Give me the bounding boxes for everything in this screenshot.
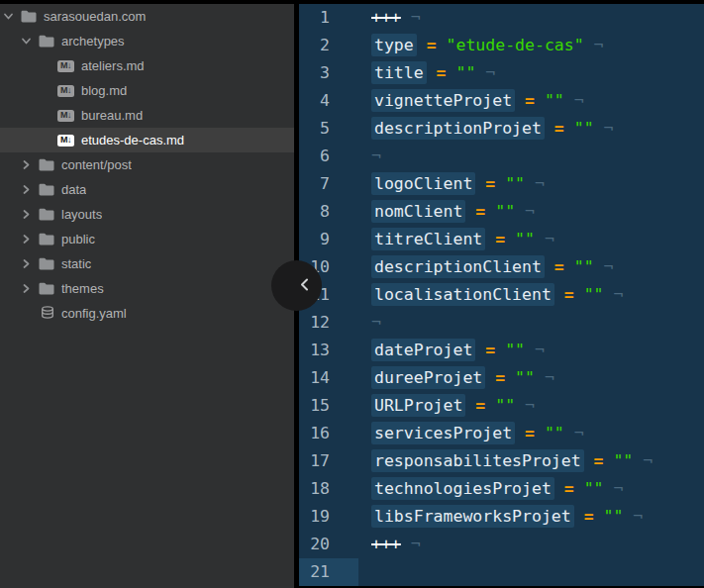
frontmatter-delimiter: +++ [371, 535, 401, 553]
sublime-window: sarasouedan.comarchetypesM↓ateliers.mdM↓… [0, 0, 704, 588]
code-line-13[interactable]: 13dateProjet = "" ¬ [299, 337, 704, 364]
code-line-7[interactable]: 7logoClient = "" ¬ [299, 170, 704, 198]
tree-item-label: etudes-de-cas.md [81, 133, 184, 147]
tree-item-label: archetypes [61, 34, 125, 49]
tree-file-ateliers.md[interactable]: M↓ateliers.md [0, 53, 294, 78]
string-value: "" [495, 396, 515, 415]
string-value: "" [584, 479, 604, 498]
chevron-right-icon[interactable] [22, 259, 31, 268]
code-line-4[interactable]: 4vignetteProjet = "" ¬ [299, 87, 704, 115]
tree-folder-themes[interactable]: themes [0, 276, 294, 301]
tree-file-bureau.md[interactable]: M↓bureau.md [0, 103, 294, 128]
chevron-right-icon[interactable] [22, 235, 31, 244]
folder-icon [39, 257, 54, 270]
code-line-5[interactable]: 5descriptionProjet = "" ¬ [299, 115, 704, 143]
code-line-19[interactable]: 19libsFrameworksProjet = "" ¬ [299, 503, 704, 531]
code-line-18[interactable]: 18technologiesProjet = "" ¬ [299, 475, 704, 503]
tree-item-label: bureau.md [81, 108, 143, 123]
equals-operator: = [525, 424, 535, 442]
code-line-8[interactable]: 8nomClient = "" ¬ [299, 198, 704, 226]
tree-item-label: public [61, 232, 95, 246]
code-line-16[interactable]: 16servicesProjet = "" ¬ [299, 420, 704, 447]
chevron-right-icon[interactable] [22, 284, 31, 293]
line-number[interactable]: 7 [299, 170, 358, 198]
line-number[interactable]: 9 [299, 226, 358, 253]
tree-file-blog.md[interactable]: M↓blog.md [0, 78, 294, 103]
string-value: "" [574, 119, 594, 138]
markdown-file-icon: M↓ [57, 135, 74, 147]
equals-operator: = [485, 174, 495, 193]
line-number[interactable]: 12 [299, 309, 358, 337]
equals-operator: = [437, 63, 447, 82]
code-text: logoClient = "" ¬ [358, 170, 545, 198]
tree-folder-content/post[interactable]: content/post [0, 152, 294, 177]
editor[interactable]: 1+++ ¬2type = "etude-de-cas" ¬3title = "… [299, 4, 704, 586]
chevron-right-icon[interactable] [22, 160, 31, 169]
code-text: servicesProjet = "" ¬ [358, 420, 584, 447]
line-number[interactable]: 18 [299, 475, 358, 503]
code-line-21[interactable]: 21 [299, 558, 704, 586]
markdown-file-icon: M↓ [57, 110, 74, 122]
tree-file-config.yaml[interactable]: config.yaml [0, 301, 294, 326]
equals-operator: = [584, 507, 594, 526]
code-text: libsFrameworksProjet = "" ¬ [358, 503, 643, 531]
line-number[interactable]: 1 [299, 4, 358, 32]
line-number[interactable]: 13 [299, 337, 358, 364]
code-line-17[interactable]: 17responsabilitesProjet = "" ¬ [299, 447, 704, 475]
code-line-6[interactable]: 6¬ [299, 143, 704, 170]
eol-marker-icon: ¬ [594, 119, 614, 138]
string-value: "" [604, 507, 624, 526]
code-line-10[interactable]: 10descriptionClient = "" ¬ [299, 253, 704, 281]
code-line-14[interactable]: 14dureeProjet = "" ¬ [299, 364, 704, 392]
line-number[interactable]: 5 [299, 115, 358, 143]
line-number[interactable]: 14 [299, 364, 358, 392]
line-number[interactable]: 16 [299, 420, 358, 447]
code-line-11[interactable]: 11localisationClient = "" ¬ [299, 281, 704, 309]
code-line-20[interactable]: 20+++ ¬ [299, 531, 704, 558]
line-number[interactable]: 15 [299, 392, 358, 420]
line-number[interactable]: 8 [299, 198, 358, 226]
line-number[interactable]: 4 [299, 87, 358, 115]
string-value: "" [455, 63, 475, 82]
code-text: type = "etude-de-cas" ¬ [358, 32, 604, 59]
tree-folder-archetypes[interactable]: archetypes [0, 29, 294, 53]
tree-item-label: content/post [61, 157, 132, 172]
line-number[interactable]: 19 [299, 503, 358, 531]
tree-folder-public[interactable]: public [0, 227, 294, 251]
code-line-1[interactable]: 1+++ ¬ [299, 4, 704, 32]
tree-folder-static[interactable]: static [0, 251, 294, 276]
tree-folder-data[interactable]: data [0, 177, 294, 202]
code-text: +++ ¬ [358, 531, 421, 558]
tree-file-etudes-de-cas.md[interactable]: M↓etudes-de-cas.md [0, 128, 294, 152]
sidebar-collapse-button[interactable] [271, 260, 322, 311]
line-number[interactable]: 17 [299, 447, 358, 475]
eol-marker-icon: ¬ [401, 535, 421, 553]
line-number[interactable]: 2 [299, 32, 358, 59]
line-number[interactable]: 3 [299, 59, 358, 87]
equals-operator: = [564, 479, 574, 498]
line-number[interactable]: 20 [299, 531, 358, 558]
chevron-right-icon[interactable] [22, 185, 31, 194]
eol-marker-icon: ¬ [535, 230, 554, 248]
equals-operator: = [485, 341, 495, 359]
line-number[interactable]: 21 [299, 558, 358, 586]
string-value: "" [515, 230, 535, 248]
chevron-down-icon[interactable] [22, 37, 31, 46]
chevron-down-icon[interactable] [4, 12, 13, 21]
chevron-right-icon[interactable] [22, 210, 31, 219]
tree-item-label: config.yaml [61, 306, 127, 321]
code-line-15[interactable]: 15URLProjet = "" ¬ [299, 392, 704, 420]
tree-folder-layouts[interactable]: layouts [0, 202, 294, 227]
tree-item-label: sarasouedan.com [44, 9, 146, 24]
code-line-12[interactable]: 12¬ [299, 309, 704, 337]
eol-marker-icon: ¬ [604, 285, 624, 304]
tree-folder-sarasouedan.com[interactable]: sarasouedan.com [0, 4, 294, 29]
code-line-2[interactable]: 2type = "etude-de-cas" ¬ [299, 32, 704, 59]
code-line-3[interactable]: 3title = "" ¬ [299, 59, 704, 87]
line-number[interactable]: 6 [299, 143, 358, 170]
toml-key: type [371, 34, 417, 56]
code-text: title = "" ¬ [358, 59, 495, 87]
eol-marker-icon: ¬ [515, 202, 535, 221]
code-text: titreClient = "" ¬ [358, 226, 554, 253]
code-line-9[interactable]: 9titreClient = "" ¬ [299, 226, 704, 253]
